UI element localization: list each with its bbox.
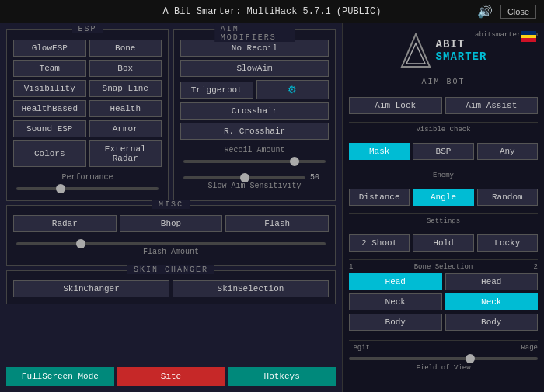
enemy-label: Enemy bbox=[349, 168, 538, 179]
esp-buttons: GlowESP Bone Team Box Visibility Snap Li… bbox=[13, 40, 162, 167]
svg-marker-0 bbox=[402, 34, 430, 67]
r-crosshair-button[interactable]: R. Crosshair bbox=[180, 123, 329, 140]
left-panel: ESP GlowESP Bone Team Box Visibility Sna… bbox=[0, 23, 342, 392]
title-bar-controls: 🔊 Close bbox=[477, 4, 536, 19]
snap-line-button[interactable]: Snap Line bbox=[89, 80, 162, 97]
bone-selection-label: Bone Selection bbox=[414, 263, 473, 271]
misc-panel: MISC Radar Bhop Flash Flash Amount bbox=[6, 205, 336, 266]
bone-button[interactable]: Bone bbox=[89, 40, 162, 57]
rage-label: Rage bbox=[521, 344, 538, 352]
right-panel: abitsmarter.com ABIT SMARTER AIM BOT bbox=[342, 23, 544, 392]
fov-labels: Legit Rage bbox=[349, 344, 538, 352]
armor-button[interactable]: Armor bbox=[89, 120, 162, 137]
esp-panel: ESP GlowESP Bone Team Box Visibility Sna… bbox=[6, 29, 169, 201]
slow-aim-value: 50 bbox=[310, 173, 326, 182]
skin-changer-buttons: SkinChanger SkinSelection bbox=[13, 280, 329, 297]
slow-aim-button[interactable]: SlowAim bbox=[180, 60, 329, 77]
hold-button[interactable]: Hold bbox=[413, 234, 473, 252]
slow-aim-slider-container: 50 Slow Aim Sensitivity bbox=[180, 172, 329, 193]
bone-selection-container: 1 Bone Selection 2 Head Head Neck Neck B… bbox=[349, 259, 538, 331]
misc-label: MISC bbox=[152, 200, 190, 209]
flag-icon bbox=[521, 31, 536, 42]
aim-modifiers-label: AIM MODIFIERS bbox=[214, 25, 295, 42]
flash-button[interactable]: Flash bbox=[225, 215, 329, 232]
body2-button[interactable]: Body bbox=[445, 314, 539, 331]
distance-button[interactable]: Distance bbox=[349, 189, 410, 206]
logo-icon bbox=[400, 33, 431, 68]
performance-slider-container: Performance bbox=[13, 172, 162, 194]
visibility-button[interactable]: Visibility bbox=[13, 80, 86, 97]
performance-slider[interactable] bbox=[16, 187, 159, 190]
skin-changer-button[interactable]: SkinChanger bbox=[13, 280, 169, 297]
two-shoot-button[interactable]: 2 Shoot bbox=[349, 234, 410, 252]
sound-esp-button[interactable]: Sound ESP bbox=[13, 120, 86, 137]
crosshair-button[interactable]: Crosshair bbox=[180, 102, 329, 120]
title-bar: A Bit Smarter: MultiHack 5.7.1 (PUBLIC) … bbox=[0, 0, 544, 23]
esp-label: ESP bbox=[71, 25, 103, 33]
triggerbot-row: Triggerbot ⚙ bbox=[180, 80, 329, 99]
bhop-button[interactable]: Bhop bbox=[120, 215, 223, 232]
fov-label: Field of View bbox=[349, 364, 538, 372]
bone-selection-header: 1 Bone Selection 2 bbox=[349, 263, 538, 271]
slow-aim-slider[interactable] bbox=[183, 176, 305, 179]
hotkeys-button[interactable]: Hotkeys bbox=[228, 367, 336, 386]
team-button[interactable]: Team bbox=[13, 60, 86, 77]
top-panels: ESP GlowESP Bone Team Box Visibility Sna… bbox=[6, 29, 336, 201]
skin-changer-label: SKIN CHANGER bbox=[127, 265, 214, 274]
triggerbot-settings-button[interactable]: ⚙ bbox=[256, 80, 330, 99]
bone-col1: 1 bbox=[349, 263, 353, 271]
performance-label: Performance bbox=[16, 173, 159, 182]
no-recoil-button[interactable]: No Recoil bbox=[180, 40, 329, 57]
slow-aim-slider-row: 50 bbox=[183, 173, 326, 182]
visible-check-label: Visible Check bbox=[349, 122, 538, 134]
flash-amount-slider[interactable] bbox=[16, 242, 326, 245]
bone-col2: 2 bbox=[534, 263, 538, 271]
random-button[interactable]: Random bbox=[477, 189, 538, 206]
bone-buttons: Head Head Neck Neck Body Body bbox=[349, 273, 538, 331]
enemy-buttons: Distance Angle Random bbox=[349, 189, 538, 206]
neck1-button[interactable]: Neck bbox=[349, 293, 442, 310]
aim-assist-button[interactable]: Aim Assist bbox=[445, 97, 539, 114]
neck2-button[interactable]: Neck bbox=[445, 293, 539, 310]
site-button[interactable]: Site bbox=[117, 367, 225, 386]
skin-changer-panel: SKIN CHANGER SkinChanger SkinSelection bbox=[6, 270, 336, 304]
glow-esp-button[interactable]: GlowESP bbox=[13, 40, 86, 57]
misc-buttons: Radar Bhop Flash bbox=[13, 215, 329, 232]
bsp-button[interactable]: BSP bbox=[413, 143, 473, 160]
radar-button[interactable]: Radar bbox=[13, 215, 117, 232]
sound-icon[interactable]: 🔊 bbox=[477, 4, 493, 19]
main-content: ESP GlowESP Bone Team Box Visibility Sna… bbox=[0, 23, 544, 392]
fov-slider[interactable] bbox=[349, 357, 538, 360]
bottom-bar: FullScreen Mode Site Hotkeys bbox=[6, 367, 336, 386]
health-based-button[interactable]: HealthBased bbox=[13, 100, 86, 117]
recoil-slider[interactable] bbox=[183, 160, 326, 163]
locky-button[interactable]: Locky bbox=[477, 234, 538, 252]
svg-marker-1 bbox=[406, 43, 425, 64]
any-button[interactable]: Any bbox=[477, 143, 538, 160]
aimbot-section-label: AIM BOT bbox=[349, 78, 538, 86]
mask-button[interactable]: Mask bbox=[349, 143, 410, 160]
head1-button[interactable]: Head bbox=[349, 273, 442, 290]
triggerbot-button[interactable]: Triggerbot bbox=[180, 82, 253, 99]
box-button[interactable]: Box bbox=[89, 60, 162, 77]
fov-container: Legit Rage Field of View bbox=[349, 340, 538, 372]
legit-label: Legit bbox=[349, 344, 370, 352]
external-radar-button[interactable]: External Radar bbox=[89, 140, 162, 167]
recoil-slider-container: Recoil Amount bbox=[180, 144, 329, 167]
visible-check-buttons: Mask BSP Any bbox=[349, 143, 538, 160]
settings-buttons: 2 Shoot Hold Locky bbox=[349, 234, 538, 252]
slow-aim-label: Slow Aim Sensitivity bbox=[183, 182, 326, 190]
aim-lock-assist-buttons: Aim Lock Aim Assist bbox=[349, 97, 538, 114]
logo-area: abitsmarter.com ABIT SMARTER bbox=[349, 29, 538, 71]
aim-lock-button[interactable]: Aim Lock bbox=[349, 97, 442, 114]
health-button[interactable]: Health bbox=[89, 100, 162, 117]
logo-text: ABIT SMARTER bbox=[436, 38, 487, 63]
aim-modifiers-panel: AIM MODIFIERS No Recoil SlowAim Triggerb… bbox=[173, 29, 336, 201]
body1-button[interactable]: Body bbox=[349, 314, 442, 331]
colors-button[interactable]: Colors bbox=[13, 140, 86, 167]
skin-selection-button[interactable]: SkinSelection bbox=[173, 280, 329, 297]
head2-button[interactable]: Head bbox=[445, 273, 539, 290]
fullscreen-button[interactable]: FullScreen Mode bbox=[6, 367, 114, 386]
close-button[interactable]: Close bbox=[500, 5, 536, 19]
angle-button[interactable]: Angle bbox=[413, 189, 473, 206]
